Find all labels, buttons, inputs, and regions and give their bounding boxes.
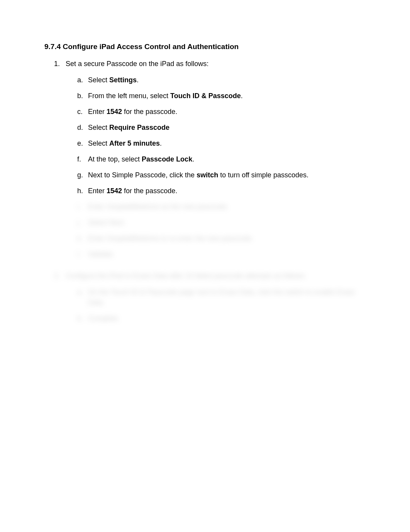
text-pre: Enter	[88, 108, 107, 116]
step-2: 2. Configure the iPad to Erase Data afte…	[54, 271, 366, 329]
substep-letter: h.	[77, 186, 88, 196]
substep-letter: a.	[77, 287, 88, 308]
substep-c: c. Enter 1542 for the passcode.	[77, 107, 366, 117]
text-pre: Select	[88, 139, 109, 147]
substep-letter: f.	[77, 154, 88, 165]
blurred-content-2: 2. Configure the iPad to Erase Data afte…	[44, 271, 366, 329]
substep-text: Next to Simple Passcode, click the switc…	[88, 170, 366, 180]
main-ordered-list: 1. Set a secure Passcode on the iPad as …	[44, 59, 366, 265]
text-pre: From the left menu, select	[88, 92, 170, 100]
text-bold: 1542	[107, 108, 122, 116]
substep-text: Select Require Passcode	[88, 122, 366, 133]
substep-letter: l.	[77, 249, 88, 260]
substep-letter: j.	[77, 218, 88, 228]
text-pre: At the top, select	[88, 155, 142, 163]
step-number: 1.	[54, 59, 66, 265]
section-heading: 9.7.4 Configure iPad Access Control and …	[44, 42, 366, 51]
step-1-sublist: a. Select Settings. b. From the left men…	[66, 75, 366, 196]
text-bold: Require Passcode	[109, 124, 169, 131]
substep-letter: g.	[77, 170, 88, 180]
substep-g: g. Next to Simple Passcode, click the sw…	[77, 170, 366, 180]
substep-text: On the Touch ID & Passcode page next to …	[88, 287, 366, 308]
text-bold: switch	[197, 171, 218, 179]
substep-text: Enter HospitalMedicine to re-enter the n…	[88, 233, 366, 244]
step-number: 2.	[54, 271, 66, 329]
substep-text: Enter 1542 for the passcode.	[88, 186, 366, 196]
substep-text: Select Next.	[88, 218, 366, 228]
main-ordered-list-blurred: 2. Configure the iPad to Erase Data afte…	[44, 271, 366, 329]
text-pre: Select	[88, 76, 109, 84]
text-bold: Passcode Lock	[142, 155, 192, 163]
substep-2b: b. Complete.	[77, 313, 366, 324]
text-post: to turn off simple passcodes.	[218, 171, 308, 179]
text-post: for the passcode.	[122, 187, 177, 195]
step-1-sublist-blurred: i. Enter HospitalMedicine as the new pas…	[66, 202, 366, 260]
substep-text: From the left menu, select Touch ID & Pa…	[88, 91, 366, 101]
substep-2a: a. On the Touch ID & Passcode page next …	[77, 287, 366, 308]
substep-text: Enter 1542 for the passcode.	[88, 107, 366, 117]
substep-f: f. At the top, select Passcode Lock.	[77, 154, 366, 165]
text-pre: Enter	[88, 187, 107, 195]
substep-letter: b.	[77, 91, 88, 101]
substep-text: Select Settings.	[88, 75, 366, 85]
substep-letter: b.	[77, 313, 88, 324]
substep-letter: a.	[77, 75, 88, 85]
substep-text: Validate.	[88, 249, 366, 260]
substep-k: k. Enter HospitalMedicine to re-enter th…	[77, 233, 366, 244]
substep-l: l. Validate.	[77, 249, 366, 260]
step-1-content: Set a secure Passcode on the iPad as fol…	[66, 59, 366, 265]
blurred-content: i. Enter HospitalMedicine as the new pas…	[66, 202, 366, 260]
step-1: 1. Set a secure Passcode on the iPad as …	[54, 59, 366, 265]
text-post: for the passcode.	[122, 108, 177, 116]
substep-letter: k.	[77, 233, 88, 244]
text-post: .	[160, 139, 162, 147]
text-bold: 1542	[107, 187, 122, 195]
text-pre: Next to Simple Passcode, click the	[88, 171, 197, 179]
substep-letter: c.	[77, 107, 88, 117]
substep-b: b. From the left menu, select Touch ID &…	[77, 91, 366, 101]
substep-text: Enter HospitalMedicine as the new passco…	[88, 202, 366, 212]
text-bold: Touch ID & Passcode	[170, 92, 241, 100]
substep-text: Complete.	[88, 313, 366, 324]
text-bold: After 5 minutes	[109, 139, 160, 147]
substep-d: d. Select Require Passcode	[77, 122, 366, 133]
text-post: .	[137, 76, 139, 84]
text-pre: Select	[88, 124, 109, 131]
substep-letter: e.	[77, 138, 88, 149]
step-2-sublist: a. On the Touch ID & Passcode page next …	[66, 287, 366, 324]
substep-text: At the top, select Passcode Lock.	[88, 154, 366, 165]
substep-a: a. Select Settings.	[77, 75, 366, 85]
substep-j: j. Select Next.	[77, 218, 366, 228]
substep-letter: i.	[77, 202, 88, 212]
text-post: .	[241, 92, 243, 100]
substep-h: h. Enter 1542 for the passcode.	[77, 186, 366, 196]
substep-i: i. Enter HospitalMedicine as the new pas…	[77, 202, 366, 212]
text-bold: Settings	[109, 76, 137, 84]
step-2-content: Configure the iPad to Erase Data after 1…	[66, 271, 366, 329]
step-2-intro: Configure the iPad to Erase Data after 1…	[66, 272, 306, 280]
text-post: .	[192, 155, 194, 163]
substep-letter: d.	[77, 122, 88, 133]
step-1-intro: Set a secure Passcode on the iPad as fol…	[66, 60, 208, 68]
substep-e: e. Select After 5 minutes.	[77, 138, 366, 149]
substep-text: Select After 5 minutes.	[88, 138, 366, 149]
